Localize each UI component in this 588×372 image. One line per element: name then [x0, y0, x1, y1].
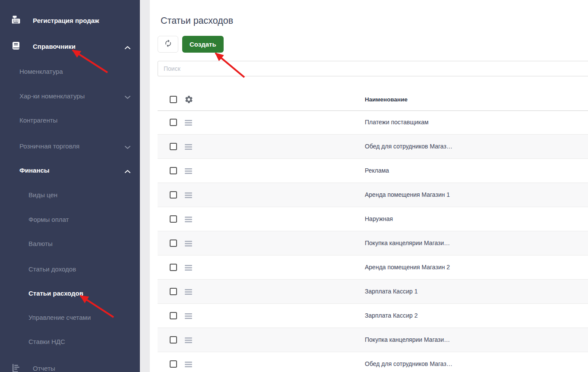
- drag-handle-icon[interactable]: [185, 289, 192, 294]
- select-all-checkbox[interactable]: [170, 96, 177, 103]
- row-checkbox[interactable]: [170, 288, 177, 295]
- table-row[interactable]: Аренда помещения Магазин 2: [158, 255, 588, 280]
- table-row[interactable]: Наружная: [158, 207, 588, 231]
- table-body: Платежи поставщикам Обед для сотрудников…: [158, 110, 588, 372]
- row-checkbox[interactable]: [170, 119, 177, 126]
- drag-handle-icon[interactable]: [185, 313, 192, 318]
- drag-handle-icon[interactable]: [185, 361, 192, 367]
- chevron-up-icon: [124, 44, 131, 49]
- main-content: Статьи расходов Создать Наименование Пла…: [150, 0, 588, 372]
- sidebar-item-хар-ки-номенклатуры[interactable]: Хар-ки номенклатуры: [0, 91, 140, 101]
- row-name: Платежи поставщикам: [365, 110, 429, 134]
- table-row[interactable]: Обед для сотрудников Магаз…: [158, 352, 588, 372]
- cash-register-icon: [11, 15, 21, 25]
- row-checkbox[interactable]: [170, 264, 177, 271]
- content-gutter: [140, 0, 150, 372]
- table-row[interactable]: Покупка канцелярии Магази…: [158, 328, 588, 352]
- row-name: Обед для сотрудников Магаз…: [365, 135, 452, 158]
- row-checkbox[interactable]: [170, 191, 177, 199]
- row-name: Зарплата Кассир 2: [365, 304, 417, 328]
- search-input[interactable]: [158, 61, 588, 76]
- chevron-down-icon: [124, 94, 131, 98]
- row-checkbox[interactable]: [170, 336, 177, 344]
- table-row[interactable]: Реклама: [158, 159, 588, 183]
- table-row[interactable]: Зарплата Кассир 2: [158, 304, 588, 328]
- column-header-name: Наименование: [365, 88, 408, 110]
- sidebar-item-управление-счетами[interactable]: Управление счетами: [0, 312, 140, 322]
- refresh-icon: [164, 39, 172, 49]
- chevron-up-icon: [124, 168, 131, 173]
- table-header: Наименование: [158, 88, 588, 111]
- table-row[interactable]: Обед для сотрудников Магаз…: [158, 135, 588, 159]
- sidebar-item-регистрация-продаж[interactable]: Регистрация продаж: [0, 15, 140, 25]
- sidebar-item-статьи-расходов[interactable]: Статьи расходов: [0, 288, 140, 298]
- drag-handle-icon[interactable]: [185, 337, 192, 343]
- sidebar-item-валюты[interactable]: Валюты: [0, 238, 140, 249]
- row-name: Обед для сотрудников Магаз…: [365, 352, 452, 372]
- table-row[interactable]: Аренда помещения Магазин 1: [158, 183, 588, 207]
- sidebar-item-справочники[interactable]: Справочники: [0, 41, 140, 51]
- sidebar-item-виды-цен[interactable]: Виды цен: [0, 189, 140, 200]
- sidebar-item-статьи-доходов[interactable]: Статьи доходов: [0, 264, 140, 274]
- sidebar-item-розничная-торговля[interactable]: Розничная торговля: [0, 141, 140, 151]
- row-checkbox[interactable]: [170, 167, 177, 174]
- book-icon: [11, 41, 21, 51]
- create-button[interactable]: Создать: [182, 36, 224, 53]
- row-name: Наружная: [365, 207, 393, 231]
- sidebar-item-отчеты[interactable]: Отчеты: [0, 363, 140, 372]
- refresh-button[interactable]: [158, 36, 178, 53]
- sidebar-item-формы-оплат[interactable]: Формы оплат: [0, 214, 140, 224]
- row-name: Аренда помещения Магазин 1: [365, 183, 450, 207]
- row-name: Аренда помещения Магазин 2: [365, 255, 450, 279]
- row-checkbox[interactable]: [170, 240, 177, 247]
- drag-handle-icon[interactable]: [185, 265, 192, 270]
- page-title: Статьи расходов: [161, 16, 233, 26]
- table-row[interactable]: Платежи поставщикам: [158, 110, 588, 135]
- row-checkbox[interactable]: [170, 215, 177, 223]
- row-name: Покупка канцелярии Магази…: [365, 231, 450, 255]
- gear-icon[interactable]: [184, 95, 193, 104]
- drag-handle-icon[interactable]: [185, 216, 192, 222]
- sidebar: Регистрация продаж Справочники Номенклат…: [0, 0, 140, 372]
- row-checkbox[interactable]: [170, 312, 177, 319]
- table-row[interactable]: Зарплата Кассир 1: [158, 280, 588, 304]
- sidebar-item-контрагенты[interactable]: Контрагенты: [0, 115, 140, 125]
- drag-handle-icon[interactable]: [185, 144, 192, 149]
- sidebar-item-номенклатура[interactable]: Номенклатура: [0, 66, 140, 76]
- row-name: Покупка канцелярии Магази…: [365, 328, 450, 352]
- row-checkbox[interactable]: [170, 143, 177, 150]
- drag-handle-icon[interactable]: [185, 168, 192, 173]
- sidebar-item-ставки-ндс[interactable]: Ставки НДС: [0, 336, 140, 347]
- drag-handle-icon[interactable]: [185, 192, 192, 198]
- row-name: Реклама: [365, 159, 389, 183]
- app-window: { "colors": { "sidebar_bg": "#353c56", "…: [0, 0, 588, 372]
- row-name: Зарплата Кассир 1: [365, 280, 417, 303]
- drag-handle-icon[interactable]: [185, 120, 192, 125]
- row-checkbox[interactable]: [170, 360, 177, 368]
- sidebar-item-финансы[interactable]: Финансы: [0, 165, 140, 175]
- chevron-down-icon: [124, 144, 131, 148]
- report-icon: [11, 363, 21, 372]
- table-row[interactable]: Покупка канцелярии Магази…: [158, 231, 588, 255]
- drag-handle-icon[interactable]: [185, 240, 192, 246]
